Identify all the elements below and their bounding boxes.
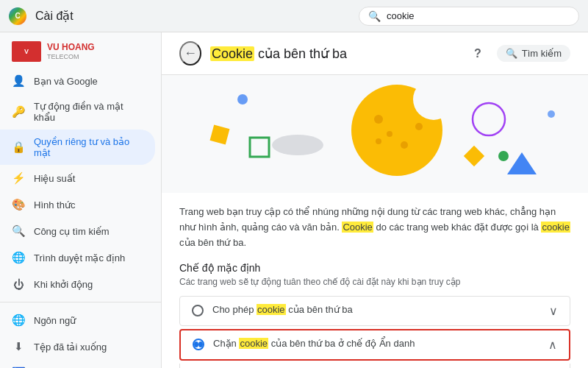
svg-point-0 [237,94,248,105]
download-icon: ⬇ [12,340,25,353]
svg-point-10 [473,103,505,135]
sidebar-label-hieu-suat: Hiệu suất [34,173,75,184]
sidebar-label-quyen-rieng-tu: Quyền riêng tư và bảo mật [34,136,143,158]
top-search-input[interactable] [387,10,570,21]
sidebar-label-ban-va-google: Bạn và Google [34,76,98,87]
top-bar: C Cài đặt 🔍 [0,0,588,32]
cookie-highlight-1: cookie [257,304,286,315]
svg-point-8 [415,123,423,130]
sidebar-item-ngon-ngu[interactable]: 🌐 Ngôn ngữ [0,307,155,333]
sidebar: V VU HOANG TELECOM 👤 Bạn và Google 🔑 Tự … [0,32,162,368]
sidebar-label-ngon-ngu: Ngôn ngữ [34,315,76,326]
brand-name: VU HOANG [47,42,95,52]
svg-point-6 [401,141,408,149]
sidebar-item-tu-dong-dien[interactable]: 🔑 Tự động điền và mật khẩu [0,94,155,130]
password-icon: 🔑 [12,105,25,118]
sidebar-label-khi-khoi-dong: Khi khởi động [34,279,93,290]
radio-cho-phep [192,305,204,316]
sidebar-label-hinh-thuc: Hình thức [34,199,75,210]
performance-icon: ⚡ [12,171,25,185]
sidebar-item-ho-tro[interactable]: ♿ Hỗ trợ tiếp cận [0,360,155,368]
brand-text: VU HOANG TELECOM [47,42,95,60]
main-layout: V VU HOANG TELECOM 👤 Bạn và Google 🔑 Tự … [0,32,588,368]
language-icon: 🌐 [12,314,25,327]
search-engine-icon: 🔍 [12,224,25,238]
svg-point-14 [272,135,323,155]
content-title: Cookie của bên thứ ba [210,46,459,62]
sidebar-item-cong-cu[interactable]: 🔍 Công cụ tìm kiếm [0,218,155,244]
label-chan: Chặn cookie của bên thứ ba ở chế độ Ẩn d… [213,338,539,349]
title-suffix: của bên thứ ba [254,46,347,61]
hero-svg [162,79,588,189]
header-actions: ? 🔍 Tìm kiếm [467,43,570,64]
brand-logo-icon: V [12,41,41,62]
appearance-icon: 🎨 [12,198,25,211]
svg-rect-12 [464,146,484,166]
person-icon: 👤 [12,74,25,88]
mini-search-label: Tìm kiếm [522,48,562,59]
radio-chan [193,339,204,350]
chrome-logo: C [9,7,26,25]
page-title: Cài đặt [35,9,74,23]
svg-point-15 [548,110,555,118]
option-chan[interactable]: Chặn cookie của bên thứ ba ở chế độ Ẩn d… [179,329,570,361]
svg-rect-2 [250,138,269,157]
divider-1 [0,302,161,302]
desc-cookie-1: Cookie [342,222,373,233]
svg-point-4 [413,79,454,120]
mode-section: Chế độ mặc định Các trang web sẽ tự động… [162,262,588,368]
startup-icon: ⏻ [12,277,25,291]
svg-marker-13 [507,152,537,174]
cookie-highlight-2: cookie [239,338,268,349]
search-icon: 🔍 [368,10,381,22]
hero-illustration [162,75,588,193]
sidebar-item-khi-khoi-dong[interactable]: ⏻ Khi khởi động [0,271,155,297]
sidebar-item-tai-xuong[interactable]: ⬇ Tệp đã tải xuống [0,333,155,360]
sub-option: 🍪 Các trang web có thể dùng cookie để cả… [179,364,570,368]
expand-cho-phep[interactable]: ∨ [549,304,558,318]
expand-chan[interactable]: ∧ [548,338,557,352]
search-icon-mini: 🔍 [506,48,517,59]
svg-point-5 [374,115,383,124]
svg-rect-1 [210,125,230,145]
sidebar-item-ban-va-google[interactable]: 👤 Bạn và Google [0,68,155,94]
help-button[interactable]: ? [467,43,488,64]
description-section: Trang web bạn truy cập có thể nhúng nhữn… [162,193,588,262]
mode-title: Chế độ mặc định [179,262,570,274]
brand-logo-area: V VU HOANG TELECOM [0,35,161,68]
svg-point-9 [376,138,381,144]
sidebar-item-hieu-suat[interactable]: ⚡ Hiệu suất [0,165,155,191]
privacy-icon: 🔒 [12,141,25,154]
svg-point-7 [387,131,392,137]
sidebar-label-cong-cu: Công cụ tìm kiếm [34,226,110,237]
sidebar-label-trinh-duyet: Trình duyệt mặc định [34,252,125,263]
sidebar-item-trinh-duyet[interactable]: 🌐 Trình duyệt mặc định [0,244,155,271]
svg-point-11 [498,151,509,161]
title-highlight: Cookie [210,46,254,61]
sidebar-item-hinh-thuc[interactable]: 🎨 Hình thức [0,191,155,218]
description-text: Trang web bạn truy cập có thể nhúng nhữn… [179,205,570,250]
sidebar-label-tai-xuong: Tệp đã tải xuống [34,342,107,353]
top-search-bar[interactable]: 🔍 [359,7,579,26]
back-button[interactable]: ← [179,41,201,66]
browser-icon: 🌐 [12,251,25,264]
label-cho-phep: Cho phép cookie của bên thứ ba [212,304,540,315]
option-cho-phep[interactable]: Cho phép cookie của bên thứ ba ∨ [179,296,570,326]
sidebar-label-tu-dong-dien: Tự động điền và mật khẩu [34,101,143,123]
content-area: ← Cookie của bên thứ ba ? 🔍 Tìm kiếm [162,32,588,368]
mode-subtitle: Các trang web sẽ tự động tuân theo chế đ… [179,277,570,287]
sidebar-item-quyen-rieng-tu[interactable]: 🔒 Quyền riêng tư và bảo mật [0,130,155,165]
mini-search[interactable]: 🔍 Tìm kiếm [497,45,570,62]
content-header: ← Cookie của bên thứ ba ? 🔍 Tìm kiếm [162,32,588,75]
brand-subtitle: TELECOM [47,53,95,61]
desc-cookie-2: cookie [541,222,570,233]
